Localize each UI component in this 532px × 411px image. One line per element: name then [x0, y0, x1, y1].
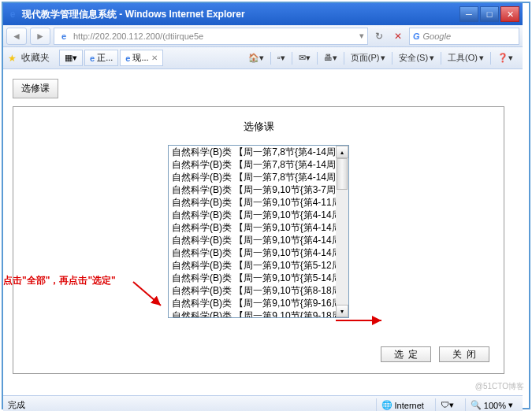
- scroll-track[interactable]: [336, 158, 348, 305]
- help-button[interactable]: ❓▾: [493, 51, 518, 65]
- window-title: 现代教学管理信息系统 - Windows Internet Explorer: [22, 8, 459, 21]
- panel-title: 选修课: [26, 120, 491, 134]
- zoom-icon: 🔍: [471, 400, 482, 410]
- selection-panel: 选修课 自然科学(B)类 【周一第7,8节{第4-14周}自然科学(B)类 【周…: [13, 106, 504, 374]
- tab-1-label: 正...: [97, 52, 113, 64]
- status-text: 完成: [8, 399, 25, 411]
- tab-1[interactable]: e正...: [84, 50, 118, 66]
- google-icon: G: [413, 31, 420, 41]
- vertical-scrollbar[interactable]: ▴ ▾: [336, 146, 348, 317]
- print-button[interactable]: 🖶▾: [319, 51, 342, 65]
- forward-button[interactable]: ►: [30, 28, 50, 45]
- home-button[interactable]: 🏠▾: [244, 51, 269, 65]
- back-button[interactable]: ◄: [6, 28, 27, 45]
- close-button[interactable]: 关闭: [439, 346, 489, 362]
- protected-mode-icon[interactable]: 🛡▾: [435, 398, 459, 412]
- list-item[interactable]: 自然科学(B)类 【周一第9,10节{第3-7周}: [169, 183, 336, 196]
- list-item[interactable]: 自然科学(B)类 【周一第7,8节{第4-14周}: [169, 171, 336, 183]
- address-bar[interactable]: e ▾: [54, 28, 368, 45]
- favorites-label: 收藏夹: [21, 51, 50, 65]
- select-button[interactable]: 选定: [381, 346, 431, 362]
- minimize-button[interactable]: ─: [459, 6, 478, 22]
- stop-button[interactable]: ✕: [390, 28, 406, 44]
- course-listbox[interactable]: 自然科学(B)类 【周一第7,8节{第4-14周}自然科学(B)类 【周一第7,…: [168, 145, 349, 318]
- tools-menu[interactable]: 工具(O)▾: [443, 50, 489, 65]
- list-item[interactable]: 自然科学(B)类 【周一第9,10节{第5-14周: [169, 272, 336, 284]
- list-item[interactable]: 自然科学(B)类 【周一第9,10节{第4-11周: [169, 196, 336, 209]
- search-placeholder: Google: [423, 31, 451, 41]
- url-input[interactable]: [73, 31, 356, 41]
- search-box[interactable]: G Google: [409, 28, 519, 45]
- list-item[interactable]: 自然科学(B)类 【周一第9,10节{第5-12周: [169, 259, 336, 272]
- tab-close-icon[interactable]: ✕: [151, 54, 158, 62]
- annotation-arrow-diagonal: [129, 274, 169, 313]
- tab-2-label: 现...: [132, 52, 148, 64]
- list-item[interactable]: 自然科学(B)类 【周一第9,10节{第4-14周: [169, 246, 336, 259]
- ie-page-icon: e: [58, 30, 70, 43]
- safety-menu[interactable]: 安全(S)▾: [394, 50, 439, 65]
- close-window-button[interactable]: ✕: [500, 6, 519, 22]
- maximize-button[interactable]: □: [480, 6, 499, 22]
- favorites-star-icon[interactable]: ★: [8, 53, 17, 64]
- refresh-button[interactable]: ↻: [371, 28, 387, 44]
- page-menu[interactable]: 页面(P)▾: [346, 50, 391, 65]
- list-item[interactable]: 自然科学(B)类 【周一第7,8节{第4-14周}: [169, 158, 336, 171]
- scroll-up-button[interactable]: ▴: [336, 146, 348, 158]
- quick-tabs-button[interactable]: ▦▾: [59, 50, 83, 66]
- list-item[interactable]: 自然科学(B)类 【周一第9,10节{第4-14周: [169, 234, 336, 246]
- svg-line-0: [133, 282, 161, 305]
- list-item[interactable]: 自然科学(B)类 【周一第9,10节{第9-18周: [169, 309, 336, 317]
- annotation-arrow-horizontal: [334, 313, 389, 328]
- elective-tab[interactable]: 选修课: [13, 79, 58, 98]
- window-titlebar: e 现代教学管理信息系统 - Windows Internet Explorer…: [3, 3, 523, 25]
- scroll-thumb[interactable]: [337, 158, 348, 190]
- zoom-level[interactable]: 🔍 100%▾: [465, 398, 518, 412]
- internet-zone[interactable]: 🌐 Internet: [376, 398, 429, 412]
- globe-icon: 🌐: [381, 400, 392, 410]
- list-item[interactable]: 自然科学(B)类 【周一第9,10节{第8-18周: [169, 284, 336, 297]
- feeds-button[interactable]: ▫▾: [273, 51, 290, 65]
- list-item[interactable]: 自然科学(B)类 【周一第9,10节{第4-14周: [169, 209, 336, 221]
- watermark: @51CTO博客: [475, 381, 524, 392]
- status-bar: 完成 🌐 Internet 🛡▾ 🔍 100%▾: [3, 395, 523, 411]
- dropdown-icon[interactable]: ▾: [359, 31, 364, 41]
- tab-2[interactable]: e现...✕: [120, 50, 162, 66]
- list-item[interactable]: 自然科学(B)类 【周一第9,10节{第4-14周: [169, 221, 336, 234]
- list-item[interactable]: 自然科学(B)类 【周一第9,10节{第9-16周: [169, 297, 336, 309]
- annotation-text: 点击"全部"，再点击"选定": [3, 274, 116, 287]
- ie-icon: e: [6, 8, 19, 20]
- mail-button[interactable]: ✉▾: [294, 51, 315, 65]
- list-item[interactable]: 自然科学(B)类 【周一第7,8节{第4-14周}: [169, 146, 336, 158]
